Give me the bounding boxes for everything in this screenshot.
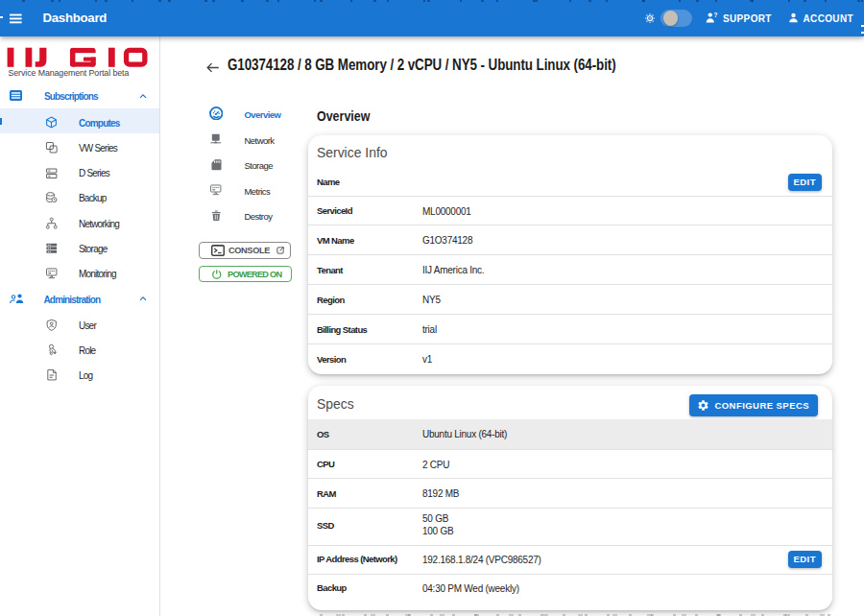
svg-text:?: ?: [714, 12, 718, 18]
